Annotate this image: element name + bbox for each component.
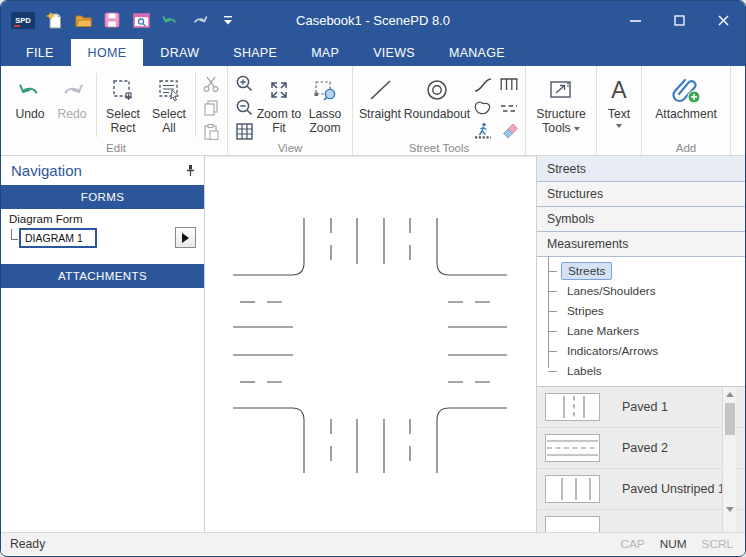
cut-icon[interactable] [199,72,223,95]
tab-shape[interactable]: SHAPE [216,39,294,66]
section-symbols-label: Symbols [547,212,594,226]
list-item-partial[interactable] [537,510,745,532]
select-all-button[interactable]: Select All [146,71,192,135]
tab-map[interactable]: MAP [294,39,356,66]
street-list-scrollbar[interactable] [722,387,736,532]
attachment-paperclip-icon [669,73,703,107]
zoom-to-fit-icon [267,73,291,107]
tab-views-label: VIEWS [373,46,415,60]
tree-item-lanes-shoulders[interactable]: Lanes/Shoulders [537,281,745,301]
save-icon[interactable] [102,10,122,30]
tree-item-labels[interactable]: Labels [537,361,745,381]
paved-1-thumbnail [545,393,600,421]
scroll-lock-indicator: SCRL [702,537,733,551]
tree-item-indicators-arrows[interactable]: Indicators/Arrows [537,341,745,361]
tab-manage[interactable]: MANAGE [432,39,522,66]
section-measurements-label: Measurements [547,237,628,251]
tree-item-indicators-arrows-label: Indicators/Arrows [561,343,664,359]
list-item-paved-2[interactable]: Paved 2 [537,428,745,469]
tree-branch-line [548,331,557,332]
app-logo[interactable]: SPD [11,12,35,29]
pin-icon[interactable] [185,164,196,177]
clipboard-buttons [199,71,223,143]
tree-branch-line [11,229,18,240]
tab-home[interactable]: HOME [71,39,144,66]
roundabout-button[interactable]: Roundabout [403,71,471,121]
tree-item-stripes[interactable]: Stripes [537,301,745,321]
section-measurements[interactable]: Measurements [537,231,745,256]
minimize-button[interactable] [613,1,657,39]
pedestrian-crossing-icon[interactable] [471,119,495,142]
section-symbols[interactable]: Symbols [537,206,745,231]
caps-lock-indicator: CAP [620,537,644,551]
select-rect-button[interactable]: Select Rect [100,71,146,135]
tree-item-lanes-shoulders-label: Lanes/Shoulders [561,283,662,299]
eraser-icon[interactable] [497,119,521,142]
tab-map-label: MAP [311,46,339,60]
status-message: Ready [10,537,45,551]
zoom-in-icon[interactable] [232,72,256,95]
text-tool-icon: A [611,73,626,107]
diagram-1-item[interactable]: DIAGRAM 1 [19,228,97,248]
tree-branch-line [548,371,557,372]
window-controls [613,1,745,39]
attachments-section-header[interactable]: ATTACHMENTS [1,264,204,288]
new-document-icon[interactable] [44,10,64,30]
list-item-paved-1[interactable]: Paved 1 [537,387,745,428]
grid-icon[interactable] [232,120,256,143]
scroll-up-icon[interactable] [726,392,734,397]
attachments-header-label: ATTACHMENTS [58,270,147,282]
tab-views[interactable]: VIEWS [356,39,432,66]
redo-icon-small[interactable] [189,10,209,30]
straight-line-icon [366,73,394,107]
attachment-button[interactable]: Attachment [646,71,726,121]
diagram-canvas[interactable] [205,156,536,532]
lasso-zoom-button[interactable]: Lasso Zoom [302,71,348,135]
open-icon[interactable] [73,10,93,30]
zoom-to-fit-button[interactable]: Zoom to Fit [256,71,302,135]
undo-button[interactable]: Undo [9,71,51,121]
tree-item-streets-label: Streets [561,262,612,280]
ribbon-group-structure: Structure Tools [526,66,597,155]
redo-button[interactable]: Redo [51,71,93,121]
customize-toolbar-icon[interactable] [218,10,238,30]
curved-street-icon[interactable] [471,73,495,96]
dashed-lines-icon[interactable] [497,96,521,119]
scrollbar-thumb[interactable] [725,403,735,435]
undo-icon-small[interactable] [160,10,180,30]
intersection-drawing [205,157,536,533]
open-form-button[interactable] [175,227,196,248]
forms-section-header[interactable]: FORMS [1,185,204,209]
tree-item-lane-markers[interactable]: Lane Markers [537,321,745,341]
navigation-title: Navigation [11,162,82,179]
paved-2-thumbnail [545,434,600,462]
section-structures[interactable]: Structures [537,181,745,206]
tree-item-streets[interactable]: Streets [537,261,745,281]
print-preview-icon[interactable] [131,10,151,30]
navigation-header: Navigation [1,156,204,185]
scroll-down-icon[interactable] [726,507,734,512]
maximize-button[interactable] [657,1,701,39]
chevron-down-icon [574,127,580,131]
status-bar: Ready CAP NUM SCRL [1,532,745,555]
freeform-shape-icon[interactable] [471,96,495,119]
zoom-out-icon[interactable] [232,96,256,119]
close-button[interactable] [701,1,745,39]
chevron-down-icon [616,124,622,128]
tab-file-label: FILE [26,46,54,60]
main-area: Navigation FORMS Diagram Form DIAGRAM 1 [1,156,745,532]
tab-draw-label: DRAW [160,46,199,60]
structure-tools-button[interactable]: Structure Tools [530,71,592,135]
parking-stalls-icon[interactable] [497,73,521,96]
copy-icon[interactable] [199,96,223,119]
tab-home-label: HOME [88,46,127,60]
tab-file[interactable]: FILE [9,39,71,66]
paste-icon[interactable] [199,120,223,143]
straight-street-button[interactable]: Straight [357,71,403,121]
list-item-paved-unstriped-1[interactable]: Paved Unstriped 1 [537,469,745,510]
street-tools-small-buttons [471,71,521,142]
section-streets[interactable]: Streets [537,156,745,181]
text-tool-button[interactable]: A Text [601,71,637,128]
tab-draw[interactable]: DRAW [143,39,216,66]
forms-section-body: Diagram Form DIAGRAM 1 [1,209,204,264]
